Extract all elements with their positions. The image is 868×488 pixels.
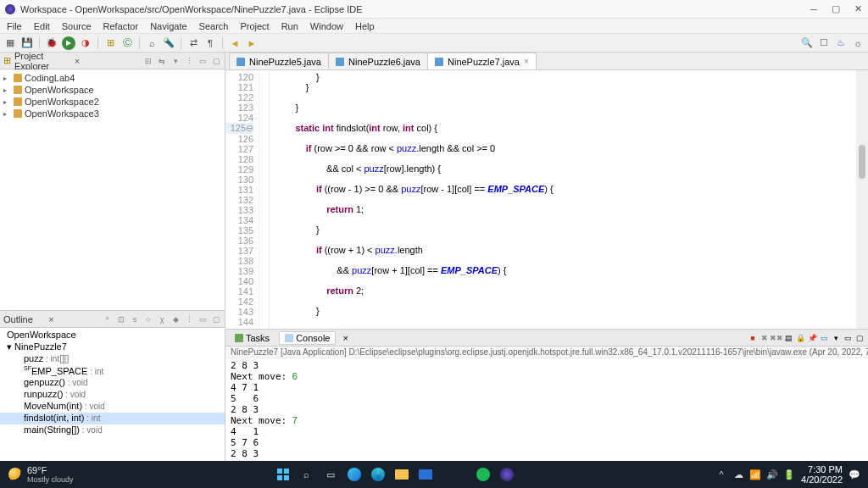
open-console-icon[interactable]: ▾	[831, 333, 841, 343]
edge-icon[interactable]	[369, 465, 387, 484]
onedrive-icon[interactable]: ☁	[733, 469, 743, 480]
quick-access-icon[interactable]: 🔍	[800, 36, 814, 50]
clear-console-icon[interactable]: ▤	[783, 333, 793, 343]
remove-launch-icon[interactable]: ✖	[760, 333, 770, 343]
hide-local-icon[interactable]: χ	[157, 314, 167, 324]
focus-icon[interactable]: ◆	[170, 314, 181, 324]
sort-icon[interactable]: ᵃ	[103, 314, 113, 324]
back-icon[interactable]: ◄	[228, 36, 242, 50]
minimize-view-icon[interactable]: ▭	[198, 56, 208, 66]
chat-icon[interactable]	[345, 465, 364, 484]
open-perspective-icon[interactable]: ☐	[817, 36, 831, 50]
tray-expand-icon[interactable]: ^	[716, 469, 726, 480]
menu-help[interactable]: Help	[350, 20, 380, 32]
coverage-icon[interactable]: ◑	[79, 36, 92, 50]
outline-member[interactable]: genpuzz() : void	[0, 377, 225, 389]
save-icon[interactable]: 💾	[20, 36, 34, 50]
outline-package[interactable]: OpenWorkspace	[0, 330, 225, 341]
code-editor[interactable]: 120121122123124125⊖126127128129130131132…	[225, 70, 868, 329]
outline-class[interactable]: ▾ NinePuzzle7	[0, 341, 225, 353]
forward-icon[interactable]: ►	[245, 36, 259, 50]
outline-member[interactable]: puzz : int[][]	[0, 353, 225, 365]
wifi-icon[interactable]: 📶	[750, 469, 760, 480]
pin-console-icon[interactable]: 📌	[807, 333, 817, 343]
link-editor-icon[interactable]: ⇆	[157, 56, 167, 66]
weather-widget[interactable]: 69°F Mostly cloudy	[8, 465, 74, 484]
outline-member[interactable]: findslot(int, int) : int	[0, 413, 225, 424]
outline-menu-icon[interactable]: ⋮	[184, 314, 194, 324]
project-node[interactable]: ▸OpenWorkspace	[0, 84, 225, 96]
filter-icon[interactable]: ▾	[170, 56, 181, 66]
outline-close-icon[interactable]: ×	[48, 314, 53, 324]
menu-file[interactable]: File	[2, 20, 27, 32]
project-node[interactable]: ▸OpenWorkspace2	[0, 96, 225, 108]
menu-source[interactable]: Source	[57, 20, 97, 32]
outline-member[interactable]: main(String[]) : void	[0, 424, 225, 436]
taskview-icon[interactable]: ▭	[321, 465, 340, 484]
tab-close-icon[interactable]: ×	[524, 57, 529, 66]
menu-search[interactable]: Search	[194, 20, 234, 32]
display-console-icon[interactable]: ▭	[819, 333, 829, 343]
outline-tree[interactable]: OpenWorkspace▾ NinePuzzle7 puzz : int[][…	[0, 328, 225, 461]
clock-time[interactable]: 7:30 PM	[801, 464, 843, 474]
maximize-button[interactable]: ▢	[831, 4, 841, 14]
battery-icon[interactable]: 🔋	[784, 469, 794, 480]
editor-tab[interactable]: NinePuzzle5.java	[229, 53, 329, 69]
volume-icon[interactable]: 🔊	[767, 469, 777, 480]
outline-member[interactable]: MoveNum(int) : void	[0, 401, 225, 413]
hide-fields-icon[interactable]: ⊡	[116, 314, 126, 324]
project-node[interactable]: ▸CodingLab4	[0, 72, 225, 84]
outline-min-icon[interactable]: ▭	[198, 314, 208, 324]
project-explorer-tree[interactable]: ▸CodingLab4▸OpenWorkspace▸OpenWorkspace2…	[0, 69, 225, 310]
menu-navigate[interactable]: Navigate	[145, 20, 192, 32]
mark-occurrences-icon[interactable]: ¶	[203, 36, 217, 50]
menu-edit[interactable]: Edit	[29, 20, 55, 32]
spotify-icon[interactable]	[474, 465, 492, 484]
menu-refactor[interactable]: Refactor	[98, 20, 144, 32]
debug-perspective-icon[interactable]: ☼	[851, 36, 865, 50]
remove-all-icon[interactable]: ✖✖	[771, 333, 782, 343]
toggle-breadcrumb-icon[interactable]: ⇄	[186, 36, 200, 50]
menu-window[interactable]: Window	[305, 20, 348, 32]
project-node[interactable]: ▸OpenWorkspace3	[0, 108, 225, 119]
outline-member[interactable]: runpuzz() : void	[0, 389, 225, 401]
bottom-tab-tasks[interactable]: Tasks	[229, 331, 275, 345]
search-taskbar-icon[interactable]: ⌕	[298, 465, 316, 484]
explorer-icon[interactable]	[392, 465, 411, 484]
project-explorer-close-icon[interactable]: ×	[75, 56, 80, 66]
fold-column[interactable]	[259, 70, 270, 329]
code-area[interactable]: } } } static int findslot(int row, int c…	[270, 70, 856, 329]
minimize-button[interactable]: ─	[809, 4, 819, 14]
maximize-view-icon[interactable]: ▢	[211, 56, 221, 66]
hide-nonpublic-icon[interactable]: ○	[143, 314, 153, 324]
open-type-icon[interactable]: ⌕	[145, 36, 159, 50]
search-icon[interactable]: 🔦	[162, 36, 175, 50]
editor-tab[interactable]: NinePuzzle6.java	[328, 53, 428, 69]
new-icon[interactable]: ▦	[3, 36, 17, 50]
start-icon[interactable]	[274, 465, 292, 484]
run-icon[interactable]: ▶	[62, 36, 75, 50]
eclipse-taskbar-icon[interactable]	[498, 465, 516, 484]
bottom-tab-console[interactable]: Console	[279, 331, 336, 345]
debug-icon[interactable]: 🐞	[45, 36, 58, 50]
menu-project[interactable]: Project	[235, 20, 274, 32]
hide-static-icon[interactable]: s	[130, 314, 140, 324]
menu-run[interactable]: Run	[276, 20, 303, 32]
console-output[interactable]: 2 8 3 Next move: 6 4 7 1 5 6 2 8 3 Next …	[225, 358, 868, 461]
terminate-icon[interactable]: ■	[748, 333, 758, 343]
new-class-icon[interactable]: Ⓒ	[120, 36, 134, 50]
editor-tab[interactable]: NinePuzzle7.java×	[427, 53, 537, 69]
clock-date[interactable]: 4/20/2022	[801, 474, 843, 485]
console-max-icon[interactable]: ▢	[854, 333, 865, 343]
new-package-icon[interactable]: ⊞	[103, 36, 117, 50]
editor-scrollbar[interactable]	[856, 70, 868, 329]
scroll-lock-icon[interactable]: 🔒	[795, 333, 805, 343]
notifications-icon[interactable]: 💬	[849, 469, 860, 480]
java-perspective-icon[interactable]: ♨	[834, 36, 848, 50]
view-menu-icon[interactable]: ⋮	[184, 56, 194, 66]
mail-icon[interactable]	[416, 465, 435, 484]
console-min-icon[interactable]: ▭	[843, 333, 853, 343]
console-close-icon[interactable]: ×	[342, 333, 348, 343]
outline-max-icon[interactable]: ▢	[211, 314, 221, 324]
collapse-all-icon[interactable]: ⊟	[143, 56, 153, 66]
